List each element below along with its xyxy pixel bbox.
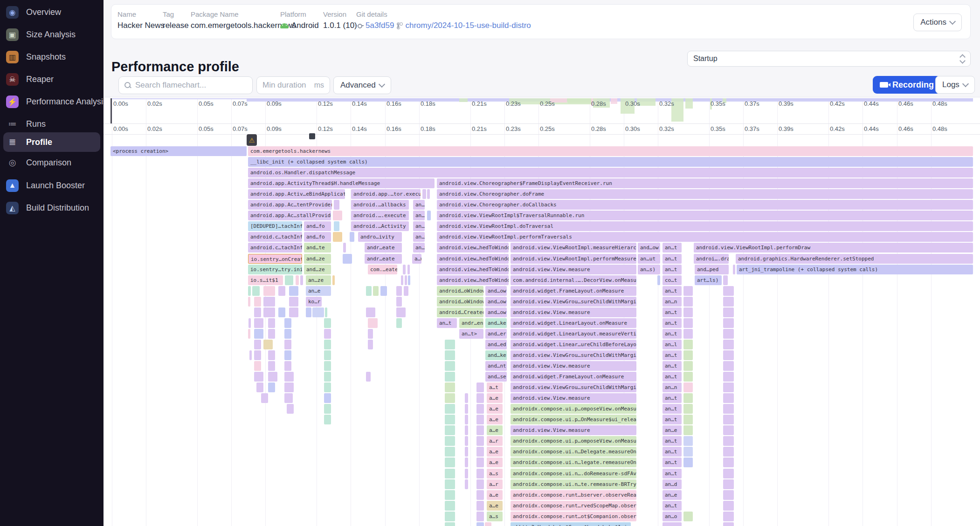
flame-bar[interactable] xyxy=(427,211,431,220)
flame-bar[interactable]: andr…eate xyxy=(365,254,402,264)
flame-bar[interactable] xyxy=(465,404,468,414)
flame-bar[interactable] xyxy=(324,329,331,339)
flame-bar[interactable] xyxy=(324,318,331,328)
flame-bar[interactable] xyxy=(723,329,734,339)
flame-bar[interactable]: androidx.compose.ui.n….doRemeasure-sdFAv… xyxy=(511,469,636,478)
flame-bar[interactable]: io.sentry…onCreate xyxy=(248,254,302,264)
flame-bar[interactable] xyxy=(683,393,693,403)
flame-bar[interactable] xyxy=(325,307,327,317)
flame-bar[interactable] xyxy=(723,425,734,435)
flame-bar[interactable]: an…e xyxy=(413,200,425,210)
flame-bar[interactable]: androidx.compose.ui.p…OnMeasure$ui_relea… xyxy=(511,415,636,424)
flame-bar[interactable] xyxy=(366,372,371,382)
flame-bar[interactable]: and…ze xyxy=(304,254,331,264)
flame-bar[interactable]: androidx.compose.ui.n…Delegate.measureOn… xyxy=(511,447,636,457)
sidebar-item-runs[interactable]: ≔Runs xyxy=(3,114,100,134)
flame-bar[interactable]: a…w xyxy=(412,254,421,264)
flame-bar[interactable] xyxy=(268,383,275,392)
flame-bar[interactable] xyxy=(296,275,299,285)
flame-bar[interactable]: android.view.View.measure xyxy=(511,307,636,317)
flame-bar[interactable] xyxy=(683,458,693,467)
flame-bar[interactable]: an…d xyxy=(663,479,682,489)
flame-bar[interactable] xyxy=(723,415,734,424)
flame-bar[interactable] xyxy=(723,501,734,511)
flame-bar[interactable] xyxy=(476,512,484,521)
flame-bar[interactable] xyxy=(683,372,693,382)
flame-bar[interactable] xyxy=(445,383,455,392)
flame-bar[interactable]: an…y xyxy=(413,221,425,231)
flame-bar[interactable] xyxy=(683,425,693,435)
flame-bar[interactable]: an…o xyxy=(663,512,682,521)
flame-bar[interactable]: art_jni_trampoline (+ collapsed system c… xyxy=(737,265,973,274)
flame-bar[interactable]: an…n xyxy=(663,297,682,307)
flame-bar[interactable] xyxy=(445,404,455,414)
flame-bar[interactable]: android.os.Handler.dispatchMessage xyxy=(248,168,973,178)
flame-bar[interactable]: an…t xyxy=(663,318,682,328)
flame-bar[interactable]: android.…allbacks xyxy=(351,200,409,210)
flame-bar[interactable] xyxy=(476,393,484,403)
flame-bar[interactable] xyxy=(254,307,261,317)
flame-bar[interactable]: androidx.compose.runt…rvedScopeMap.obser… xyxy=(511,501,636,511)
flame-bar[interactable] xyxy=(333,211,342,220)
flame-bar[interactable] xyxy=(366,307,375,317)
flame-bar[interactable]: okhttp3.Handshake$Com…n$handshake$1.invo… xyxy=(511,522,631,526)
flame-bar[interactable]: android.view…hedToWindow xyxy=(437,254,509,264)
flame-bar[interactable]: and…fo xyxy=(304,221,331,231)
flame-bar[interactable] xyxy=(404,286,408,296)
flame-bar[interactable] xyxy=(254,318,263,328)
flame-bar[interactable] xyxy=(278,307,285,317)
flame-bar[interactable] xyxy=(683,383,693,392)
flame-bar[interactable] xyxy=(284,361,291,371)
flame-bar[interactable]: ko…r xyxy=(306,297,322,307)
flame-bar[interactable]: an…t xyxy=(663,286,682,296)
flame-bar[interactable] xyxy=(263,307,275,317)
flame-bar[interactable]: android.widget.FrameLayout.onMeasure xyxy=(511,372,636,382)
flame-bar[interactable]: io.s…it$1 xyxy=(248,275,283,285)
flame-bar[interactable]: and…ke xyxy=(485,350,507,360)
flame-bar[interactable]: an…t xyxy=(663,469,682,478)
flame-bar[interactable]: an…t xyxy=(663,415,682,424)
flame-bar[interactable] xyxy=(476,447,484,457)
flame-bar[interactable]: an…ut xyxy=(638,254,660,264)
flame-bar[interactable] xyxy=(324,383,331,392)
flame-bar[interactable] xyxy=(285,275,293,285)
flame-bar[interactable] xyxy=(268,361,275,371)
flame-bar[interactable]: an…t xyxy=(663,361,682,371)
flame-bar[interactable]: android.view…hedToWindow xyxy=(437,265,509,274)
flame-bar[interactable]: and…ze xyxy=(304,265,331,274)
flame-bar[interactable] xyxy=(248,286,251,296)
sidebar-item-performance-analysis[interactable]: ⚡Performance Analysis xyxy=(3,92,100,111)
flame-bar[interactable]: android.view…hedToWindow xyxy=(437,275,509,285)
flame-bar[interactable] xyxy=(396,307,406,317)
flame-bar[interactable]: an…t xyxy=(663,243,682,253)
flame-bar[interactable] xyxy=(263,340,273,349)
flame-bar[interactable] xyxy=(254,340,261,349)
flame-bar[interactable] xyxy=(445,350,455,360)
flame-bar[interactable] xyxy=(445,501,455,511)
flame-bar[interactable]: and…fo xyxy=(304,232,331,242)
flame-bar[interactable] xyxy=(445,393,455,403)
flame-bar[interactable] xyxy=(248,318,251,328)
flame-bar[interactable] xyxy=(284,340,291,349)
flame-bar[interactable] xyxy=(465,393,468,403)
flame-bar[interactable] xyxy=(263,286,275,296)
flame-bar[interactable] xyxy=(324,372,331,382)
flame-bar[interactable]: an…t xyxy=(663,350,682,360)
flame-bar[interactable]: android…oWindow xyxy=(437,286,483,296)
flame-bar[interactable] xyxy=(268,372,277,382)
flame-bar[interactable]: and…ow xyxy=(485,297,507,307)
flame-bar[interactable] xyxy=(723,297,734,307)
flame-bar[interactable]: androi….draw xyxy=(694,254,729,264)
flame-bar[interactable]: co…t xyxy=(663,275,682,285)
recording-button[interactable]: Recording xyxy=(873,76,941,94)
flame-bar[interactable] xyxy=(683,512,693,521)
flame-bar[interactable] xyxy=(334,221,339,231)
flame-bar[interactable]: android.app.Activ…eBindApplication xyxy=(248,189,345,199)
flame-bar[interactable] xyxy=(300,275,303,285)
flame-bar[interactable]: andr…ent xyxy=(459,318,483,328)
flame-bar[interactable]: android…Created xyxy=(437,307,483,317)
flame-bar[interactable] xyxy=(445,436,455,446)
flame-bar[interactable] xyxy=(683,318,693,328)
flame-bar[interactable]: an…t xyxy=(663,458,682,467)
flame-bar[interactable] xyxy=(396,318,402,328)
